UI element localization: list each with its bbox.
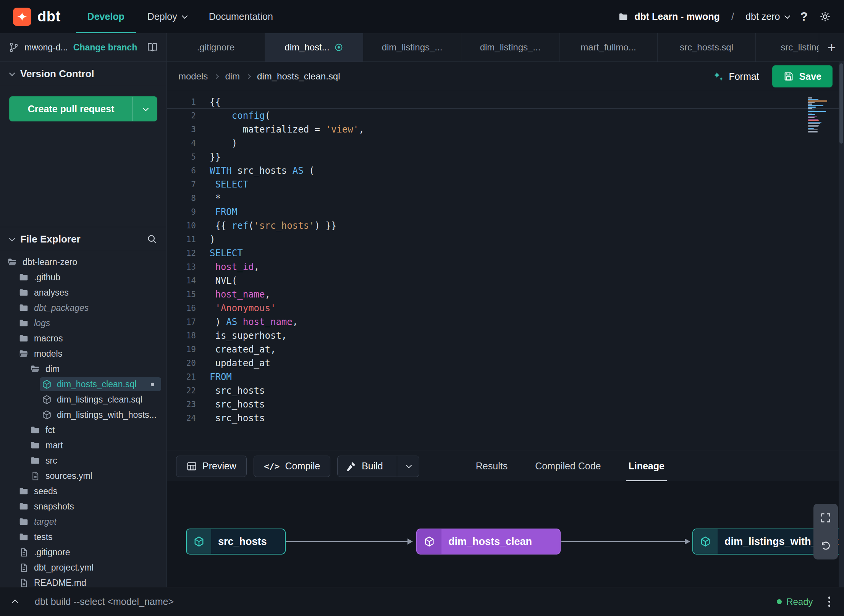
- build-options-button[interactable]: [397, 456, 419, 477]
- tree-item[interactable]: logs: [17, 316, 161, 330]
- tree-item[interactable]: sources.yml: [28, 469, 161, 483]
- tree-row[interactable]: mart: [0, 438, 167, 453]
- nav-item-develop[interactable]: Develop: [76, 0, 136, 33]
- tree-item[interactable]: .gitignore: [17, 545, 161, 559]
- tree-item[interactable]: models: [17, 347, 161, 361]
- help-icon[interactable]: ?: [800, 10, 808, 24]
- tree-item[interactable]: dim_hosts_clean.sql: [40, 377, 161, 391]
- tree-row[interactable]: tests: [0, 529, 167, 545]
- editor-tab[interactable]: mart_fullmo...: [559, 33, 658, 61]
- nav-item-documentation[interactable]: Documentation: [197, 0, 285, 33]
- tree-row[interactable]: seeds: [0, 483, 167, 499]
- change-branch-link[interactable]: Change branch: [73, 42, 137, 53]
- editor-tab[interactable]: src_hosts.sql: [658, 33, 756, 61]
- fullscreen-button[interactable]: [813, 506, 838, 529]
- tree-row[interactable]: models: [0, 346, 167, 361]
- tree-row[interactable]: dim_listings_clean.sql: [0, 392, 167, 407]
- pull-request-options-button[interactable]: [133, 97, 157, 121]
- tree-row[interactable]: fct: [0, 422, 167, 438]
- code-editor[interactable]: 1{{2 config(3 materialized = 'view',4 )5…: [167, 91, 844, 451]
- tree-item[interactable]: src: [28, 454, 161, 467]
- tree-row[interactable]: sources.yml: [0, 468, 167, 483]
- editor-tab[interactable]: dim_listings_...: [461, 33, 559, 61]
- lineage-node[interactable]: src_hosts: [186, 529, 286, 555]
- new-tab-button[interactable]: +: [819, 33, 844, 61]
- lineage-controls: [813, 504, 838, 559]
- build-button[interactable]: Build: [337, 456, 419, 477]
- environment-selector[interactable]: dbt zero: [745, 11, 789, 22]
- tree-item[interactable]: macros: [17, 331, 161, 345]
- tree-row[interactable]: dim_listings_with_hosts...: [0, 407, 167, 422]
- tree-row[interactable]: logs: [0, 315, 167, 331]
- line-number: 1: [167, 95, 210, 109]
- tree-row[interactable]: dbt_project.yml: [0, 560, 167, 575]
- breadcrumb-item[interactable]: dim: [225, 71, 240, 82]
- tree-row[interactable]: dbt-learn-zero: [0, 254, 167, 270]
- create-pull-request-button[interactable]: Create pull request: [9, 96, 157, 121]
- lineage-node[interactable]: dim_hosts_clean: [416, 529, 561, 555]
- tree-row[interactable]: snapshots: [0, 499, 167, 514]
- project-selector[interactable]: dbt Learn - mwong: [618, 11, 720, 22]
- editor-tab[interactable]: .gitignore: [167, 33, 265, 61]
- breadcrumb-item[interactable]: models: [178, 71, 208, 82]
- tree-row[interactable]: dim: [0, 361, 167, 377]
- code-text: FROM: [210, 370, 232, 384]
- build-button-main[interactable]: Build: [338, 456, 391, 477]
- tree-item[interactable]: seeds: [17, 484, 161, 498]
- tree-item[interactable]: tests: [17, 530, 161, 544]
- save-label: Save: [799, 71, 821, 82]
- folder-icon: [18, 287, 29, 298]
- tree-item[interactable]: README.md: [17, 576, 161, 587]
- compile-button[interactable]: </>Compile: [254, 456, 330, 477]
- tree-item[interactable]: target: [17, 515, 161, 529]
- tree-row[interactable]: dbt_packages: [0, 300, 167, 315]
- dbt-logo[interactable]: ✦ dbt: [13, 0, 61, 33]
- tree-item[interactable]: mart: [28, 438, 161, 452]
- scrollbar[interactable]: [839, 62, 844, 587]
- command-input[interactable]: dbt build --select <model_name>: [35, 596, 174, 607]
- docs-book-icon[interactable]: [147, 42, 158, 53]
- tree-row[interactable]: macros: [0, 331, 167, 346]
- version-control-header[interactable]: Version Control: [0, 62, 167, 86]
- editor-tab[interactable]: dim_host...: [265, 33, 363, 61]
- preview-button[interactable]: Preview: [176, 456, 247, 477]
- tree-row[interactable]: .gitignore: [0, 545, 167, 560]
- tree-row[interactable]: dim_hosts_clean.sql: [0, 377, 167, 392]
- minimap[interactable]: [808, 97, 828, 134]
- tree-row[interactable]: target: [0, 514, 167, 529]
- tree-item[interactable]: fct: [28, 423, 161, 437]
- tree-item[interactable]: dbt-learn-zero: [5, 255, 161, 269]
- tree-item[interactable]: snapshots: [17, 500, 161, 513]
- code-text: src_hosts: [210, 398, 265, 411]
- tree-row[interactable]: README.md: [0, 575, 167, 587]
- tab-results[interactable]: Results: [476, 451, 508, 481]
- tree-item[interactable]: .github: [17, 270, 161, 284]
- tab-lineage[interactable]: Lineage: [628, 451, 664, 481]
- tree-item[interactable]: dbt_packages: [17, 301, 161, 315]
- gear-icon[interactable]: [819, 11, 831, 23]
- file-explorer-header[interactable]: File Explorer: [0, 227, 167, 251]
- expand-panel-icon[interactable]: [12, 600, 18, 606]
- code-line: 10 {{ ref('src_hosts') }}: [167, 219, 844, 233]
- tree-item[interactable]: dim_listings_clean.sql: [40, 393, 161, 406]
- tab-compiled-code[interactable]: Compiled Code: [535, 451, 601, 481]
- tree-row[interactable]: src: [0, 453, 167, 468]
- tree-item[interactable]: dim_listings_with_hosts...: [40, 408, 161, 422]
- nav-item-deploy[interactable]: Deploy: [136, 0, 197, 33]
- editor-tab[interactable]: dim_listings_...: [363, 33, 461, 61]
- tree-item[interactable]: dbt_project.yml: [17, 561, 161, 574]
- tree-row[interactable]: analyses: [0, 285, 167, 300]
- scrollbar-thumb[interactable]: [839, 63, 843, 144]
- tree-item[interactable]: dim: [28, 362, 161, 376]
- lineage-node-label: src_hosts: [211, 529, 274, 554]
- chevron-down-icon: [182, 13, 188, 19]
- save-button[interactable]: Save: [772, 65, 833, 87]
- tree-item[interactable]: analyses: [17, 286, 161, 299]
- overflow-menu-icon[interactable]: [828, 597, 831, 607]
- search-icon[interactable]: [147, 234, 157, 244]
- environment-name: dbt zero: [745, 11, 780, 22]
- format-button[interactable]: Format: [713, 71, 759, 82]
- tree-row[interactable]: .github: [0, 270, 167, 285]
- create-pull-request-label[interactable]: Create pull request: [10, 97, 133, 121]
- reset-view-button[interactable]: [813, 534, 838, 557]
